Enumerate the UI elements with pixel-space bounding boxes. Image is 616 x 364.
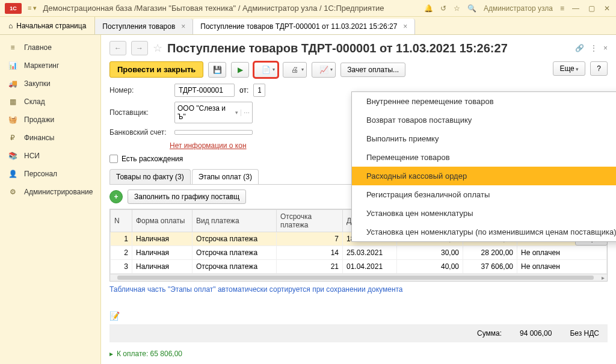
forward-button[interactable]: →: [131, 41, 148, 55]
sidebar-item-finance[interactable]: ₽Финансы: [0, 129, 100, 147]
menu-item[interactable]: Расходный кассовый ордер: [352, 167, 616, 185]
divergence-label: Есть расхождения: [122, 155, 183, 163]
tab-bar: ⌂ Начальная страница Поступления товаров…: [0, 17, 616, 35]
divergence-checkbox[interactable]: [109, 155, 118, 163]
create-based-on-menu: Внутреннее перемещение товаровВозврат то…: [351, 91, 616, 242]
menu-bars-icon: ≡: [7, 42, 18, 53]
person-icon: 👤: [7, 168, 18, 179]
sidebar-item-admin[interactable]: ⚙Администрирование: [0, 183, 100, 201]
book-icon: 📚: [7, 150, 18, 161]
maximize-button[interactable]: ▢: [587, 4, 596, 13]
bell-icon[interactable]: 🔔: [424, 4, 433, 13]
sidebar-item-nsi[interactable]: 📚НСИ: [0, 147, 100, 165]
note-icon[interactable]: 📝: [109, 311, 608, 321]
window-title: Демонстрационная база /Магазин "Бытовая …: [43, 4, 418, 13]
sidebar-item-main[interactable]: ≡Главное: [0, 39, 100, 57]
section-sidebar: ≡Главное 📊Маркетинг 🚚Закупки ▦Склад 🧺Про…: [0, 35, 101, 364]
bank-select[interactable]: [174, 130, 253, 135]
sidebar-item-personal[interactable]: 👤Персонал: [0, 165, 100, 183]
table-row[interactable]: 3НаличнаяОтсрочка платежа2101.04.202140,…: [111, 260, 607, 274]
truck-icon: 🚚: [7, 78, 18, 89]
post-button[interactable]: ▶: [231, 62, 249, 78]
supplier-select[interactable]: ООО "Слеза и Ъ"▾⋯: [174, 102, 253, 123]
to-pay-link[interactable]: К оплате: 65 806,00: [109, 350, 608, 358]
doc-tab-goods[interactable]: Товары по факту (3): [109, 169, 191, 184]
summary-bar: Сумма: 94 006,00 Без НДС: [109, 324, 608, 342]
tab-document-label: Поступление товаров ТДРТ-000001 от 11.03…: [200, 22, 397, 31]
doc-tab-payments[interactable]: Этапы оплат (3): [192, 169, 259, 184]
more-button[interactable]: Еще: [553, 61, 585, 76]
menu-item[interactable]: Перемещение товаров: [352, 148, 616, 167]
favorite-star-icon[interactable]: ☆: [153, 42, 162, 55]
settings-icon[interactable]: ≡: [560, 4, 564, 13]
date-input[interactable]: [253, 84, 265, 97]
minimize-button[interactable]: —: [571, 4, 580, 13]
history-icon[interactable]: ↺: [440, 4, 446, 13]
tab-list-label: Поступления товаров: [102, 22, 175, 31]
save-button[interactable]: 💾: [208, 62, 226, 78]
sidebar-item-warehouse[interactable]: ▦Склад: [0, 93, 100, 111]
sidebar-item-marketing[interactable]: 📊Маркетинг: [0, 57, 100, 75]
back-button[interactable]: ←: [109, 41, 126, 55]
sidebar-item-purchases[interactable]: 🚚Закупки: [0, 75, 100, 93]
close-window-button[interactable]: ✕: [603, 4, 611, 13]
document-title: Поступление товаров ТДРТ-000001 от 11.03…: [167, 42, 570, 55]
tab-document[interactable]: Поступление товаров ТДРТ-000001 от 11.03…: [193, 19, 415, 34]
link-icon[interactable]: 🔗: [575, 44, 584, 52]
create-based-on-button[interactable]: 📄: [254, 62, 278, 78]
report-button[interactable]: 📈: [312, 62, 336, 78]
search-icon[interactable]: 🔍: [467, 4, 476, 13]
home-icon: ⌂: [8, 22, 13, 30]
help-button[interactable]: ?: [590, 61, 608, 76]
tab-home[interactable]: ⌂ Начальная страница: [0, 17, 95, 34]
number-label: Номер:: [109, 86, 170, 94]
boxes-icon: ▦: [7, 96, 18, 107]
menu-item[interactable]: Установка цен номенклатуры (по изменивши…: [352, 223, 616, 241]
tab-home-label: Начальная страница: [16, 22, 86, 30]
app-topbar: ≡ ▾ Демонстрационная база /Магазин "Быто…: [0, 0, 616, 17]
kebab-icon[interactable]: ⋮: [590, 44, 597, 52]
sort-hint: Табличная часть "Этапы оплат" автоматиче…: [109, 285, 608, 294]
number-input[interactable]: [174, 84, 235, 97]
star-icon[interactable]: ☆: [454, 4, 460, 13]
bank-label: Банковский счет:: [109, 128, 170, 137]
close-doc-icon[interactable]: ×: [603, 44, 608, 52]
post-and-close-button[interactable]: Провести и закрыть: [109, 61, 203, 78]
gear-icon: ⚙: [7, 187, 18, 197]
main-menu-icon[interactable]: ≡ ▾: [28, 4, 37, 12]
tab-list[interactable]: Поступления товаров ×: [95, 19, 193, 34]
fill-schedule-button[interactable]: Заполнить по графику поставщ: [128, 190, 246, 204]
offset-payment-button[interactable]: Зачет оплаты...: [340, 63, 405, 77]
sum-label: Сумма:: [477, 329, 502, 338]
table-row[interactable]: 2НаличнаяОтсрочка платежа1425.03.202130,…: [111, 246, 607, 260]
close-icon[interactable]: ×: [403, 22, 407, 31]
sum-value: 94 006,00: [520, 329, 552, 338]
user-label[interactable]: Администратор узла: [484, 4, 553, 13]
horizontal-scrollbar[interactable]: ▸: [110, 274, 607, 281]
menu-item[interactable]: Возврат товаров поставщику: [352, 111, 616, 129]
menu-item[interactable]: Внутреннее перемещение товаров: [352, 92, 616, 111]
document-content: ← → ☆ Поступление товаров ТДРТ-000001 от…: [101, 35, 616, 364]
menu-item[interactable]: Регистрация безналичной оплаты: [352, 185, 616, 204]
nds-value: Без НДС: [570, 329, 599, 338]
menu-item[interactable]: Установка цен номенклатуры: [352, 204, 616, 223]
sidebar-item-sales[interactable]: 🧺Продажи: [0, 111, 100, 129]
add-row-button[interactable]: +: [109, 190, 123, 203]
basket-icon: 🧺: [7, 114, 18, 125]
menu-item[interactable]: Выполнить приемку: [352, 129, 616, 148]
from-label: от:: [239, 86, 248, 94]
logo-1c: [5, 3, 22, 14]
close-icon[interactable]: ×: [181, 22, 185, 31]
ruble-icon: ₽: [7, 132, 18, 143]
supplier-label: Поставщик:: [109, 108, 170, 117]
chart-icon: 📊: [7, 60, 18, 71]
print-button[interactable]: 🖨: [283, 62, 307, 78]
